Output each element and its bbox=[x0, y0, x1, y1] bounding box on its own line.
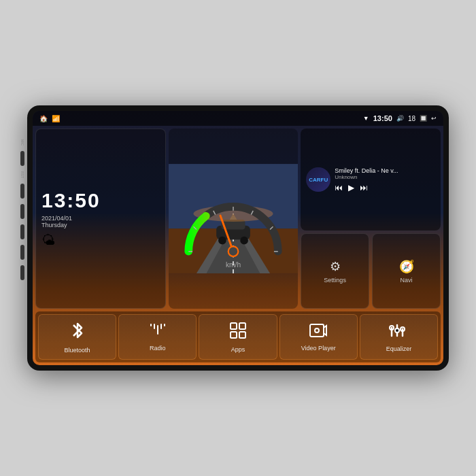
apps-button[interactable]: Apps bbox=[199, 314, 277, 360]
svg-point-8 bbox=[218, 237, 226, 245]
side-buttons: MIC RST bbox=[20, 139, 24, 280]
svg-point-9 bbox=[240, 237, 248, 245]
radio-label: Radio bbox=[150, 345, 166, 352]
svg-point-31 bbox=[315, 328, 319, 333]
next-button[interactable]: ⏭ bbox=[360, 183, 368, 192]
prev-button[interactable]: ⏮ bbox=[335, 183, 343, 192]
side-button-mic-label: MIC bbox=[20, 139, 24, 146]
clock-day-display: Thursday bbox=[41, 222, 160, 228]
main-content: 13:50 2021/04/01 Thursday 🌤 bbox=[33, 126, 443, 365]
side-button-4[interactable] bbox=[20, 224, 24, 239]
back-icon[interactable]: ↩ bbox=[431, 115, 437, 122]
equalizer-icon bbox=[389, 322, 408, 343]
music-artist: Unknown bbox=[335, 174, 435, 180]
clock-time-display: 13:50 bbox=[41, 189, 160, 212]
side-button-rst-label: RST bbox=[20, 171, 24, 178]
svg-rect-28 bbox=[231, 332, 237, 338]
svg-rect-30 bbox=[310, 324, 324, 337]
radio-button[interactable]: Radio bbox=[118, 314, 197, 360]
music-info: Smiley ft. Delia - Ne v... Unknown ⏮ ▶ ⏭ bbox=[335, 167, 435, 192]
notification-icon: 📶 bbox=[52, 115, 60, 122]
status-time: 13:50 bbox=[373, 114, 392, 122]
video-icon bbox=[309, 323, 328, 342]
music-logo: CARFU bbox=[306, 167, 330, 192]
speedometer-svg: km/h bbox=[169, 129, 298, 309]
weather-icon: 🌤 bbox=[41, 233, 160, 248]
side-button-5[interactable] bbox=[20, 245, 24, 260]
video-player-button[interactable]: Video Player bbox=[279, 314, 358, 360]
navi-button[interactable]: 🧭 Navi bbox=[372, 233, 441, 309]
settings-button[interactable]: ⚙ Settings bbox=[301, 233, 369, 309]
svg-rect-26 bbox=[231, 323, 237, 329]
svg-rect-23 bbox=[157, 325, 158, 335]
settings-navi-row: ⚙ Settings 🧭 Navi bbox=[301, 233, 441, 309]
svg-text:km/h: km/h bbox=[226, 261, 241, 269]
svg-rect-27 bbox=[239, 323, 245, 329]
play-button[interactable]: ▶ bbox=[348, 183, 354, 192]
svg-rect-25 bbox=[164, 324, 165, 326]
navi-label: Navi bbox=[401, 277, 413, 284]
radio-icon bbox=[149, 323, 167, 342]
side-button-2[interactable] bbox=[20, 184, 24, 199]
device-outer: MIC RST 🏠 📶 ▼ 13:50 🔊 18 🔲 ↩ bbox=[27, 105, 449, 371]
side-button-1[interactable] bbox=[20, 151, 24, 166]
status-bar: 🏠 📶 ▼ 13:50 🔊 18 🔲 ↩ bbox=[33, 111, 443, 126]
volume-value: 18 bbox=[408, 115, 415, 122]
svg-rect-24 bbox=[160, 324, 162, 329]
settings-icon: ⚙ bbox=[330, 259, 341, 274]
bluetooth-icon bbox=[69, 321, 86, 344]
svg-rect-21 bbox=[150, 324, 152, 326]
music-controls: ⏮ ▶ ⏭ bbox=[335, 183, 435, 192]
apps-label: Apps bbox=[231, 346, 245, 353]
clock-date-display: 2021/04/01 bbox=[41, 215, 160, 222]
clock-widget: 13:50 2021/04/01 Thursday 🌤 bbox=[35, 129, 166, 309]
svg-point-35 bbox=[395, 328, 399, 333]
equalizer-button[interactable]: Equalizer bbox=[360, 314, 438, 360]
video-label: Video Player bbox=[301, 345, 336, 352]
svg-rect-22 bbox=[154, 324, 155, 329]
home-icon[interactable]: 🏠 bbox=[39, 115, 48, 122]
status-left: 🏠 📶 bbox=[39, 115, 60, 122]
speedometer-widget: km/h bbox=[169, 129, 298, 309]
music-title: Smiley ft. Delia - Ne v... bbox=[335, 167, 435, 174]
screen: 🏠 📶 ▼ 13:50 🔊 18 🔲 ↩ 13:50 2021/04/01 T bbox=[33, 111, 443, 365]
volume-icon: 🔊 bbox=[396, 115, 404, 122]
navi-icon: 🧭 bbox=[399, 259, 414, 274]
top-row: 13:50 2021/04/01 Thursday 🌤 bbox=[35, 129, 441, 309]
right-column: CARFU Smiley ft. Delia - Ne v... Unknown… bbox=[301, 129, 441, 309]
battery-icon: 🔲 bbox=[420, 115, 427, 122]
bluetooth-button[interactable]: Bluetooth bbox=[38, 314, 116, 360]
side-button-6[interactable] bbox=[20, 265, 24, 280]
svg-point-12 bbox=[228, 246, 239, 256]
equalizer-label: Equalizer bbox=[386, 345, 412, 352]
wifi-icon: ▼ bbox=[363, 115, 369, 122]
apps-icon bbox=[229, 322, 247, 343]
status-right: ▼ 13:50 🔊 18 🔲 ↩ bbox=[363, 114, 437, 122]
svg-rect-29 bbox=[239, 332, 245, 338]
bottom-apps-row: Bluetooth Radio bbox=[35, 311, 441, 362]
bluetooth-label: Bluetooth bbox=[65, 347, 90, 354]
settings-label: Settings bbox=[324, 277, 346, 284]
side-button-3[interactable] bbox=[20, 204, 24, 219]
music-widget: CARFU Smiley ft. Delia - Ne v... Unknown… bbox=[301, 129, 441, 231]
